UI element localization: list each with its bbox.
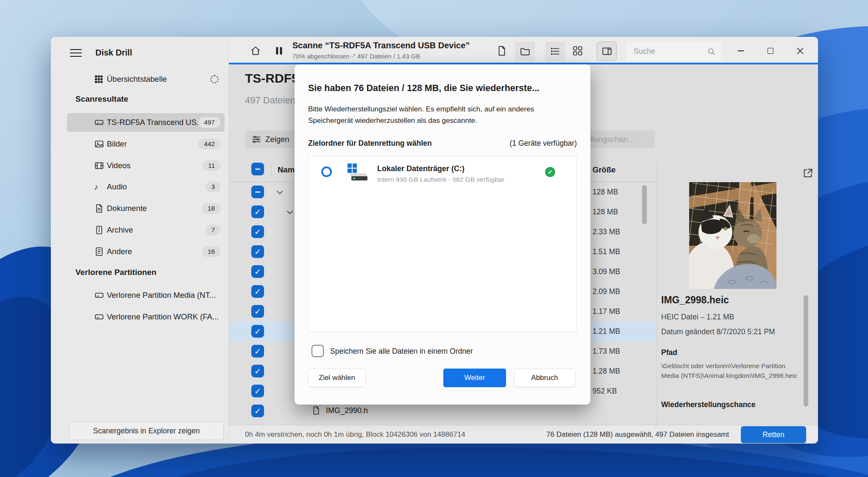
- sidebar-item-label: Audio: [107, 182, 127, 191]
- count-badge: 442: [198, 139, 220, 150]
- video-icon: [94, 161, 104, 171]
- destination-label: Zielordner für Datenrettung wählen: [308, 139, 432, 148]
- file-size: 128 MB: [593, 188, 618, 197]
- sidebar-item-label: Übersichtstabelle: [107, 75, 167, 84]
- windows-drive-icon: [344, 162, 368, 181]
- row-checkbox[interactable]: [251, 285, 264, 298]
- app-title: Disk Drill: [95, 48, 132, 58]
- pause-icon[interactable]: [275, 45, 284, 56]
- status-bar: 0h 4m verstrichen, noch 0h 1m übrig, Blo…: [229, 425, 818, 444]
- sidebar-item-label: Andere: [107, 247, 132, 256]
- toolbar: Scanne “TS-RDF5A Transcend USB Device” 7…: [229, 37, 818, 64]
- recover-button[interactable]: Retten: [741, 426, 806, 443]
- scan-title: Scanne “TS-RDF5A Transcend USB Device”: [292, 41, 470, 50]
- sidebar-item-label: Verlorene Partition Media (NT...: [107, 291, 216, 300]
- drive-radio-button[interactable]: [321, 166, 332, 177]
- drive-icon: [94, 312, 104, 322]
- sidebar-item-videos[interactable]: Videos 11: [67, 156, 225, 175]
- list-view-button[interactable]: [545, 42, 565, 61]
- maximize-button[interactable]: [761, 41, 780, 61]
- open-folder-button[interactable]: [515, 42, 535, 61]
- chevron-down-icon[interactable]: [287, 211, 293, 214]
- sidebar-item-label: Verlorene Partition WORK (FA...: [107, 312, 219, 322]
- minimize-button[interactable]: [731, 41, 751, 61]
- dialog-body-text: Bitte Wiederherstellungsziel wählen. Es …: [308, 103, 562, 126]
- images-icon: [94, 139, 104, 149]
- sidebar-item-lost-partition-work[interactable]: Verlorene Partition WORK (FA...: [67, 308, 225, 326]
- chevron-down-icon[interactable]: [276, 191, 283, 194]
- row-checkbox[interactable]: [251, 305, 264, 318]
- file-size: 3.09 MB: [593, 267, 620, 276]
- sidebar-item-documents[interactable]: Dokumente 18: [67, 199, 225, 218]
- preview-filename: IMG_2998.heic: [661, 294, 729, 306]
- show-filter-chip[interactable]: Zeigen: [245, 130, 301, 148]
- home-icon[interactable]: [250, 45, 261, 56]
- sidebar-item-pictures[interactable]: Bilder 442: [67, 135, 225, 153]
- preview-scrollbar[interactable]: [804, 295, 808, 407]
- row-checkbox[interactable]: [251, 265, 264, 278]
- row-checkbox[interactable]: [251, 225, 264, 238]
- file-icon: [312, 406, 321, 415]
- devices-available-label: (1 Geräte verfügbar): [509, 139, 577, 148]
- recovery-destination-dialog: Sie haben 76 Dateien / 128 MB, die Sie w…: [295, 64, 590, 405]
- sidebar-item-audio[interactable]: ♪ Audio 3: [67, 177, 225, 196]
- folder-icon: [520, 46, 531, 57]
- drive-name: Lokaler Datenträger (C:): [377, 164, 465, 173]
- file-name: IMG_2990.h: [326, 406, 368, 415]
- row-checkbox[interactable]: [251, 365, 264, 377]
- hamburger-menu-button[interactable]: [70, 48, 83, 58]
- choose-target-button[interactable]: Ziel wählen: [308, 369, 366, 387]
- panel-divider: [656, 162, 657, 425]
- row-checkbox[interactable]: [251, 245, 264, 258]
- section-lost-partitions: Verlorene Partitionen: [75, 268, 156, 277]
- header-divider: [271, 164, 272, 176]
- desktop: Disk Drill Übersichtstabelle Scanresulta…: [0, 0, 868, 477]
- search-box: [626, 42, 721, 61]
- grid-view-icon[interactable]: [572, 45, 583, 56]
- sidebar-item-other[interactable]: Andere 16: [67, 242, 225, 261]
- path-label: Pfad: [661, 348, 677, 357]
- cancel-button[interactable]: Abbruch: [514, 369, 576, 387]
- row-checkbox[interactable]: [251, 345, 264, 358]
- sidebar-item-lost-partition-media[interactable]: Verlorene Partition Media (NT...: [67, 286, 225, 305]
- row-checkbox[interactable]: [251, 205, 264, 218]
- document-icon: [94, 203, 104, 214]
- new-file-icon[interactable]: [496, 45, 507, 56]
- archive-icon: [94, 225, 104, 235]
- scan-status-text: 0h 4m verstrichen, noch 0h 1m übrig, Blo…: [245, 430, 465, 439]
- sidebar-item-label: Archive: [107, 225, 133, 235]
- column-header-size: Größe: [593, 165, 615, 175]
- next-button[interactable]: Weiter: [443, 369, 506, 387]
- preview-type-size: HEIC Datei – 1.21 MB: [661, 313, 734, 322]
- count-badge: 18: [202, 203, 220, 214]
- save-in-one-folder-checkbox[interactable]: [312, 345, 324, 357]
- close-button[interactable]: [790, 41, 810, 61]
- audio-icon: ♪: [94, 183, 98, 191]
- sidebar: Disk Drill Übersichtstabelle Scanresulta…: [51, 37, 229, 444]
- sidebar-item-overview[interactable]: Übersichtstabelle: [67, 70, 225, 89]
- sidebar-item-archives[interactable]: Archive 7: [67, 221, 225, 239]
- file-size: 1.73 MB: [593, 347, 620, 356]
- file-size: 1.28 MB: [593, 367, 620, 376]
- sidebar-item-label: Dokumente: [107, 204, 147, 213]
- file-size: 2.09 MB: [593, 287, 620, 296]
- file-size: 2.33 MB: [593, 227, 620, 236]
- row-checkbox[interactable]: [251, 405, 264, 417]
- row-checkbox[interactable]: [251, 325, 264, 338]
- row-checkbox[interactable]: [251, 186, 264, 198]
- row-checkbox[interactable]: [251, 385, 264, 397]
- table-scrollbar[interactable]: [642, 185, 647, 224]
- save-in-one-folder-label: Speichern Sie alle Dateien in einem Ordn…: [330, 347, 473, 356]
- drive-icon: [94, 117, 104, 128]
- show-filter-label: Zeigen: [265, 135, 289, 144]
- show-in-explorer-button[interactable]: Scanergebnis in Explorer zeigen: [69, 422, 224, 440]
- select-all-checkbox[interactable]: [251, 163, 264, 175]
- sidebar-item-device[interactable]: TS-RDF5A Transcend US... 497: [67, 113, 225, 132]
- file-size: 952 KB: [593, 387, 617, 396]
- count-badge: 7: [206, 225, 220, 236]
- filter-sliders-icon: [252, 135, 261, 144]
- file-path: \Gelöscht oder verloren\Verlorene Partit…: [661, 361, 801, 380]
- preview-panel-button[interactable]: [597, 42, 617, 61]
- destination-drive-item[interactable]: Lokaler Datenträger (C:) Intern 930 GB L…: [309, 156, 576, 190]
- open-external-icon[interactable]: [802, 168, 813, 179]
